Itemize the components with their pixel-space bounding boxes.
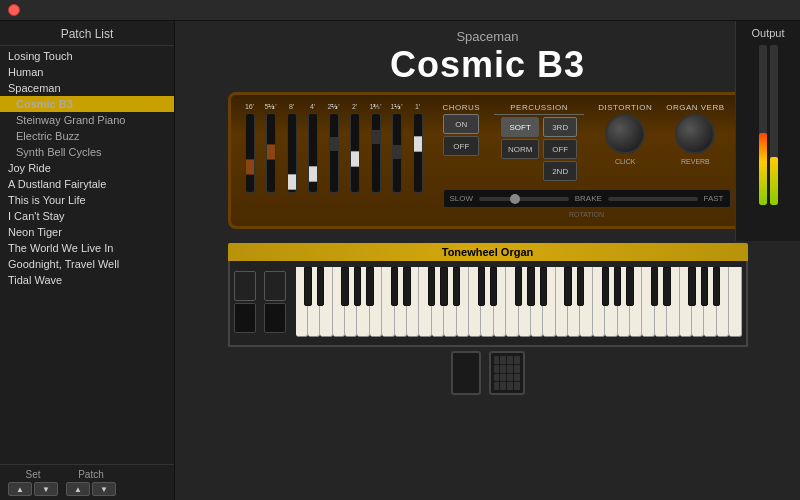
- drawbar-col-6: 1⅗': [367, 103, 385, 193]
- patch-item[interactable]: The World We Live In: [0, 240, 174, 256]
- drawbar-track-0: [245, 113, 255, 193]
- patch-item[interactable]: Losing Touch: [0, 48, 174, 64]
- drawbar-label-3: 4': [310, 103, 315, 111]
- drawbar-col-8: 1': [409, 103, 427, 193]
- close-button[interactable]: [8, 4, 20, 16]
- black-key[interactable]: [663, 267, 670, 306]
- brake-label: BRAKE: [575, 194, 602, 203]
- drawstop-1[interactable]: [234, 271, 256, 301]
- distortion-knob[interactable]: [605, 114, 645, 154]
- rotation-slider-track: [479, 197, 569, 201]
- black-key[interactable]: [366, 267, 373, 306]
- black-key[interactable]: [614, 267, 621, 306]
- black-key[interactable]: [602, 267, 609, 306]
- drawbar-label-5: 2': [352, 103, 357, 111]
- black-key[interactable]: [428, 267, 435, 306]
- patch-item[interactable]: Synth Bell Cycles: [0, 144, 174, 160]
- black-key[interactable]: [304, 267, 311, 306]
- patch-item[interactable]: This is Your Life: [0, 192, 174, 208]
- drawbar-track-4: [329, 113, 339, 193]
- black-key[interactable]: [713, 267, 720, 306]
- black-key[interactable]: [490, 267, 497, 306]
- perc-norm-button[interactable]: NORM: [501, 139, 539, 159]
- patch-down-button[interactable]: ▼: [92, 482, 116, 496]
- black-key[interactable]: [577, 267, 584, 306]
- patch-item[interactable]: Tidal Wave: [0, 272, 174, 288]
- meter-fill-left: [759, 133, 767, 205]
- black-key[interactable]: [540, 267, 547, 306]
- black-key[interactable]: [453, 267, 460, 306]
- black-key[interactable]: [341, 267, 348, 306]
- black-key[interactable]: [564, 267, 571, 306]
- black-key[interactable]: [354, 267, 361, 306]
- chorus-on-button[interactable]: ON: [443, 114, 479, 134]
- drawbar-track-1: [266, 113, 276, 193]
- drawstop-4[interactable]: [264, 303, 286, 333]
- patch-item[interactable]: A Dustland Fairytale: [0, 176, 174, 192]
- set-buttons: ▲ ▼: [8, 482, 58, 496]
- black-key[interactable]: [626, 267, 633, 306]
- perc-soft-button[interactable]: SOFT: [501, 117, 539, 137]
- black-key[interactable]: [391, 267, 398, 306]
- chorus-off-button[interactable]: OFF: [443, 136, 479, 156]
- piano-keys: [296, 267, 742, 337]
- patch-item[interactable]: Joy Ride: [0, 160, 174, 176]
- pedal-right[interactable]: [489, 351, 525, 395]
- black-key[interactable]: [701, 267, 708, 306]
- black-key[interactable]: [527, 267, 534, 306]
- patch-group: Patch ▲ ▼: [66, 469, 116, 496]
- right-drawstops: [264, 271, 286, 333]
- drawbar-handle-3[interactable]: [308, 166, 318, 182]
- drawstop-3[interactable]: [264, 271, 286, 301]
- drawbar-handle-6[interactable]: [371, 129, 381, 145]
- instrument-name: Cosmic B3: [175, 44, 800, 86]
- drawstop-2[interactable]: [234, 303, 256, 333]
- patch-item[interactable]: Steinway Grand Piano: [0, 112, 174, 128]
- black-key[interactable]: [403, 267, 410, 306]
- set-label: Set: [25, 469, 40, 480]
- patch-up-button[interactable]: ▲: [66, 482, 90, 496]
- set-up-button[interactable]: ▲: [8, 482, 32, 496]
- perc-3rd-button[interactable]: 3RD: [543, 117, 577, 137]
- patch-item[interactable]: Goodnight, Travel Well: [0, 256, 174, 272]
- perc-off-button[interactable]: OFF: [543, 139, 577, 159]
- drawbar-handle-1[interactable]: [266, 144, 276, 160]
- patch-item[interactable]: Spaceman: [0, 80, 174, 96]
- pedals-area: [451, 347, 525, 403]
- black-key[interactable]: [478, 267, 485, 306]
- black-key[interactable]: [317, 267, 324, 306]
- patch-item[interactable]: Neon Tiger: [0, 224, 174, 240]
- drawbar-handle-8[interactable]: [413, 136, 423, 152]
- black-key[interactable]: [688, 267, 695, 306]
- drawbar-handle-4[interactable]: [329, 136, 339, 152]
- patch-item[interactable]: I Can't Stay: [0, 208, 174, 224]
- set-down-button[interactable]: ▼: [34, 482, 58, 496]
- keyboard-section: Tonewheel Organ: [228, 243, 748, 347]
- drawbar-handle-0[interactable]: [245, 159, 255, 175]
- organ-verb-knob[interactable]: [675, 114, 715, 154]
- patch-item[interactable]: Electric Buzz: [0, 128, 174, 144]
- keyboard-body: [228, 261, 748, 347]
- drawbar-col-3: 4': [304, 103, 322, 193]
- black-key[interactable]: [440, 267, 447, 306]
- drawbar-handle-7[interactable]: [392, 144, 402, 160]
- organ-area: 16'5⅓'8'4'2⅔'2'1⅗'1⅓'1' CHORUS ON OFF: [175, 88, 800, 500]
- drawbar-handle-2[interactable]: [287, 174, 297, 190]
- reverb-label: REVERB: [681, 158, 710, 165]
- patch-item[interactable]: Cosmic B3: [0, 96, 174, 112]
- pedal-left[interactable]: [451, 351, 481, 395]
- rotation-slider-handle[interactable]: [510, 194, 520, 204]
- drawbars-section: 16'5⅓'8'4'2⅔'2'1⅗'1⅓'1': [241, 103, 427, 193]
- white-key[interactable]: [729, 267, 741, 337]
- drawbar-handle-5[interactable]: [350, 151, 360, 167]
- drawbar-label-0: 16': [245, 103, 254, 111]
- set-group: Set ▲ ▼: [8, 469, 58, 496]
- drawbar-track-8: [413, 113, 423, 193]
- black-key[interactable]: [651, 267, 658, 306]
- rotation-control: SLOW BRAKE FAST: [443, 189, 731, 208]
- black-key[interactable]: [515, 267, 522, 306]
- keyboard-label: Tonewheel Organ: [228, 243, 748, 261]
- drawbar-col-1: 5⅓': [262, 103, 280, 193]
- perc-2nd-button[interactable]: 2ND: [543, 161, 577, 181]
- patch-item[interactable]: Human: [0, 64, 174, 80]
